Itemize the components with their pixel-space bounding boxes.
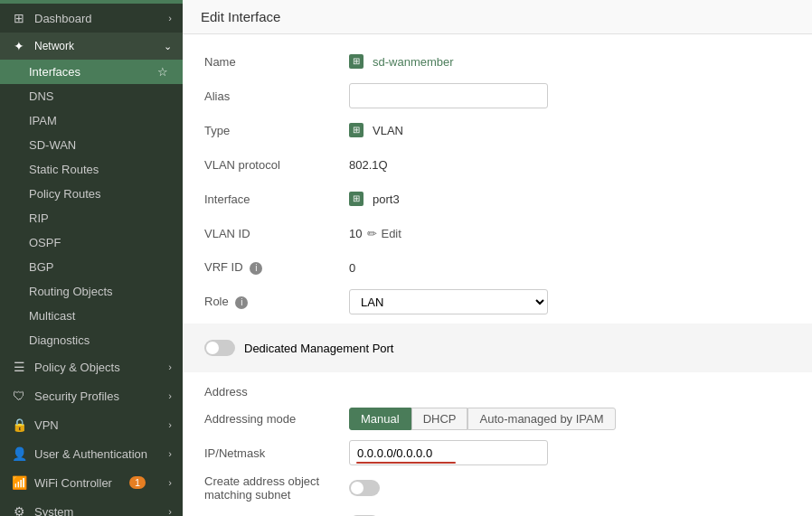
sidebar-item-vpn[interactable]: 🔒 VPN › bbox=[0, 410, 183, 439]
wifi-badge: 1 bbox=[129, 476, 146, 489]
sidebar-item-label: Dashboard bbox=[34, 12, 92, 25]
edit-vlan-id-button[interactable]: ✏ Edit bbox=[367, 227, 401, 240]
sidebar-item-dashboard[interactable]: ⊞ Dashboard › bbox=[0, 4, 183, 33]
chevron-icon: ⌄ bbox=[164, 41, 172, 52]
vlan-protocol-label: VLAN protocol bbox=[204, 158, 349, 172]
create-address-row: Create address object matching subnet bbox=[204, 474, 790, 502]
vlan-protocol-value: 802.1Q bbox=[349, 158, 388, 172]
create-address-toggle[interactable] bbox=[349, 480, 380, 496]
role-select[interactable]: LAN WAN DMZ Undefined bbox=[349, 289, 548, 314]
chevron-icon: › bbox=[168, 448, 172, 459]
addressing-mode-value: Manual DHCP Auto-managed by IPAM bbox=[349, 408, 616, 430]
chevron-icon: › bbox=[168, 477, 172, 488]
dedicated-mgmt-toggle[interactable] bbox=[204, 340, 235, 356]
sidebar-item-dns[interactable]: DNS bbox=[0, 84, 183, 108]
create-address-value bbox=[349, 480, 380, 496]
sidebar-item-diagnostics[interactable]: Diagnostics bbox=[0, 328, 183, 352]
interfaces-label: Interfaces bbox=[29, 65, 80, 79]
sidebar-item-policy-objects[interactable]: ☰ Policy & Objects › bbox=[0, 352, 183, 381]
policy-label: Policy & Objects bbox=[34, 361, 120, 374]
ip-underline bbox=[356, 462, 456, 464]
interface-net-icon: ⊞ bbox=[349, 192, 364, 206]
security-profiles-label: Security Profiles bbox=[34, 389, 119, 403]
type-row: Type ⊞ VLAN bbox=[204, 117, 790, 143]
bgp-label: BGP bbox=[29, 260, 53, 274]
role-label: Role i bbox=[204, 295, 349, 309]
alias-input[interactable] bbox=[349, 83, 548, 108]
ipam-label: IPAM bbox=[29, 114, 57, 127]
ospf-label: OSPF bbox=[29, 236, 61, 249]
type-value: ⊞ VLAN bbox=[349, 123, 403, 137]
static-routes-label: Static Routes bbox=[29, 163, 99, 176]
sidebar-item-routing-objects[interactable]: Routing Objects bbox=[0, 279, 183, 304]
name-row: Name ⊞ sd-wanmember bbox=[204, 49, 790, 74]
chevron-icon: › bbox=[168, 390, 172, 401]
sidebar-item-ospf[interactable]: OSPF bbox=[0, 230, 183, 255]
sidebar-item-interfaces[interactable]: Interfaces ☆ bbox=[0, 60, 183, 84]
mode-buttons: Manual DHCP Auto-managed by IPAM bbox=[349, 408, 616, 430]
sidebar-item-label: Network bbox=[34, 40, 74, 52]
vrf-id-label: VRF ID i bbox=[204, 260, 349, 275]
name-link[interactable]: sd-wanmember bbox=[373, 55, 454, 69]
sidebar-item-sdwan[interactable]: SD-WAN bbox=[0, 133, 183, 157]
ip-netmask-label: IP/Netmask bbox=[204, 446, 349, 460]
system-icon: ⚙ bbox=[11, 504, 27, 516]
wifi-icon: 📶 bbox=[11, 475, 27, 490]
chevron-icon: › bbox=[168, 13, 172, 23]
policy-routes-label: Policy Routes bbox=[29, 187, 100, 201]
dedicated-mgmt-label: Dedicated Management Port bbox=[244, 342, 393, 355]
chevron-icon: › bbox=[168, 506, 172, 516]
secondary-ip-row: Secondary IP address bbox=[204, 511, 790, 516]
system-label: System bbox=[34, 505, 73, 517]
page-title: Edit Interface bbox=[183, 0, 812, 34]
mode-manual-button[interactable]: Manual bbox=[349, 408, 411, 430]
network-icon: ✦ bbox=[11, 39, 27, 53]
dns-label: DNS bbox=[29, 89, 53, 103]
vlan-id-label: VLAN ID bbox=[204, 227, 349, 240]
vrf-id-row: VRF ID i 0 bbox=[204, 255, 790, 280]
name-label: Name bbox=[204, 55, 349, 69]
dashboard-icon: ⊞ bbox=[11, 11, 27, 25]
vrf-info-icon[interactable]: i bbox=[250, 262, 262, 275]
interface-value: ⊞ port3 bbox=[349, 192, 400, 206]
main-content: Edit Interface Name ⊞ sd-wanmember Alias… bbox=[183, 0, 812, 516]
sidebar-item-security-profiles[interactable]: 🛡 Security Profiles › bbox=[0, 381, 183, 410]
user-auth-label: User & Authentication bbox=[34, 447, 147, 461]
chevron-icon: › bbox=[168, 361, 172, 372]
ip-netmask-value bbox=[349, 440, 548, 465]
sidebar-item-wifi[interactable]: 📶 WiFi Controller 1 › bbox=[0, 468, 183, 497]
role-row: Role i LAN WAN DMZ Undefined bbox=[204, 289, 790, 314]
dedicated-mgmt-section: Dedicated Management Port bbox=[183, 324, 812, 372]
alias-value bbox=[349, 83, 548, 108]
sidebar-item-static-routes[interactable]: Static Routes bbox=[0, 157, 183, 182]
ip-input-wrap bbox=[349, 440, 548, 465]
sidebar-item-rip[interactable]: RIP bbox=[0, 206, 183, 230]
sidebar-item-ipam[interactable]: IPAM bbox=[0, 108, 183, 133]
sidebar-item-network[interactable]: ✦ Network ⌄ bbox=[0, 33, 183, 60]
address-section-label: Address bbox=[204, 385, 790, 399]
sidebar-item-policy-routes[interactable]: Policy Routes bbox=[0, 182, 183, 206]
sdwan-label: SD-WAN bbox=[29, 138, 76, 152]
sidebar-item-user-auth[interactable]: 👤 User & Authentication › bbox=[0, 439, 183, 468]
sidebar-item-system[interactable]: ⚙ System › bbox=[0, 497, 183, 516]
alias-label: Alias bbox=[204, 89, 349, 103]
interface-label: Interface bbox=[204, 192, 349, 206]
vlan-id-row: VLAN ID 10 ✏ Edit bbox=[204, 220, 790, 246]
sidebar-item-multicast[interactable]: Multicast bbox=[0, 304, 183, 328]
security-icon: 🛡 bbox=[11, 389, 27, 403]
mode-ipam-button[interactable]: Auto-managed by IPAM bbox=[467, 408, 615, 430]
form-area: Name ⊞ sd-wanmember Alias Type ⊞ VLAN VL… bbox=[183, 34, 812, 516]
interface-row: Interface ⊞ port3 bbox=[204, 186, 790, 211]
type-net-icon: ⊞ bbox=[349, 123, 364, 137]
role-info-icon[interactable]: i bbox=[235, 296, 248, 309]
vlan-protocol-row: VLAN protocol 802.1Q bbox=[204, 152, 790, 177]
vpn-icon: 🔒 bbox=[11, 417, 27, 432]
type-label: Type bbox=[204, 124, 349, 137]
role-value: LAN WAN DMZ Undefined bbox=[349, 289, 548, 314]
star-icon: ☆ bbox=[157, 65, 168, 79]
mode-dhcp-button[interactable]: DHCP bbox=[411, 408, 468, 430]
ip-netmask-row: IP/Netmask bbox=[204, 440, 790, 465]
sidebar-item-bgp[interactable]: BGP bbox=[0, 255, 183, 279]
user-icon: 👤 bbox=[11, 446, 27, 461]
diagnostics-label: Diagnostics bbox=[29, 333, 90, 347]
